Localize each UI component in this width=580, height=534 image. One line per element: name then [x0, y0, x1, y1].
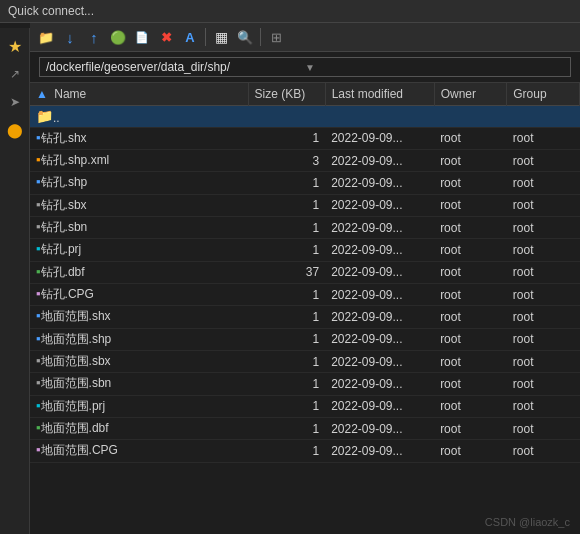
file-size-cell: 1: [248, 217, 325, 239]
file-date-cell: 2022-09-09...: [325, 328, 434, 350]
file-owner-cell: root: [434, 172, 507, 194]
file-size-cell: 1: [248, 306, 325, 328]
file-name-cell: ▪钻孔.dbf: [30, 261, 248, 283]
table-row[interactable]: ▪地面范围.prj12022-09-09...rootroot: [30, 395, 580, 417]
file-group-cell: root: [507, 217, 580, 239]
address-path: /dockerfile/geoserver/data_dir/shp/: [46, 60, 305, 74]
file-group-cell: root: [507, 127, 580, 149]
left-sidebar: ★ ↗ ➤ ⬤: [0, 28, 30, 534]
download-button[interactable]: ↓: [59, 26, 81, 48]
file-group-cell: root: [507, 194, 580, 216]
nav-circle-icon[interactable]: ⬤: [5, 120, 25, 140]
rename-button[interactable]: A: [179, 26, 201, 48]
table-header-row: ▲ Name Size (KB) Last modified Owner: [30, 83, 580, 106]
file-name-cell: ▪钻孔.sbx: [30, 194, 248, 216]
file-size-cell: 1: [248, 351, 325, 373]
file-owner-cell: [434, 106, 507, 128]
file-group-cell: root: [507, 373, 580, 395]
toolbar-separator-1: [205, 28, 206, 46]
file-group-cell: root: [507, 239, 580, 261]
file-size-cell: 1: [248, 418, 325, 440]
table-row[interactable]: ▪钻孔.shp12022-09-09...rootroot: [30, 172, 580, 194]
file-owner-cell: root: [434, 284, 507, 306]
file-name-cell: ▪地面范围.dbf: [30, 418, 248, 440]
table-row[interactable]: ▪钻孔.dbf372022-09-09...rootroot: [30, 261, 580, 283]
col-name[interactable]: ▲ Name: [30, 83, 248, 106]
nav-send-icon[interactable]: ➤: [5, 92, 25, 112]
file-name-text: 钻孔.CPG: [41, 287, 94, 301]
file-size-cell: 37: [248, 261, 325, 283]
dropdown-arrow-icon[interactable]: ▼: [305, 62, 564, 73]
file-group-cell: root: [507, 261, 580, 283]
file-name-cell: ▪地面范围.CPG: [30, 440, 248, 462]
sort-arrow-icon: ▲: [36, 87, 48, 101]
file-name-cell: ▪钻孔.shp: [30, 172, 248, 194]
table-row[interactable]: ▪地面范围.CPG12022-09-09...rootroot: [30, 440, 580, 462]
file-owner-cell: root: [434, 440, 507, 462]
file-owner-cell: root: [434, 217, 507, 239]
file-group-cell: [507, 106, 580, 128]
table-row[interactable]: ▪钻孔.shp.xml32022-09-09...rootroot: [30, 150, 580, 172]
table-row[interactable]: ▪钻孔.sbn12022-09-09...rootroot: [30, 217, 580, 239]
file-owner-cell: root: [434, 373, 507, 395]
delete-button[interactable]: ✖: [155, 26, 177, 48]
col-owner[interactable]: Owner: [434, 83, 507, 106]
address-bar[interactable]: /dockerfile/geoserver/data_dir/shp/ ▼: [39, 57, 571, 77]
table-row[interactable]: ▪地面范围.shp12022-09-09...rootroot: [30, 328, 580, 350]
table-row[interactable]: ▪钻孔.CPG12022-09-09...rootroot: [30, 284, 580, 306]
open-folder-button[interactable]: 📁: [35, 26, 57, 48]
file-date-cell: 2022-09-09...: [325, 217, 434, 239]
file-date-cell: 2022-09-09...: [325, 194, 434, 216]
file-size-cell: 1: [248, 172, 325, 194]
search-button[interactable]: 🔍: [234, 26, 256, 48]
file-date-cell: 2022-09-09...: [325, 373, 434, 395]
file-date-cell: 2022-09-09...: [325, 418, 434, 440]
file-size-cell: 3: [248, 150, 325, 172]
table-row[interactable]: ▪地面范围.sbx12022-09-09...rootroot: [30, 351, 580, 373]
file-group-cell: root: [507, 351, 580, 373]
folder-up-icon: 📁: [36, 108, 53, 124]
properties-button[interactable]: ⊞: [265, 26, 287, 48]
file-owner-cell: root: [434, 127, 507, 149]
file-name-text: 地面范围.sbn: [41, 377, 112, 391]
star-icon[interactable]: ★: [5, 36, 25, 56]
col-size[interactable]: Size (KB): [248, 83, 325, 106]
table-row[interactable]: 📁..: [30, 106, 580, 128]
open-file-button[interactable]: 🟢: [107, 26, 129, 48]
table-row[interactable]: ▪地面范围.sbn12022-09-09...rootroot: [30, 373, 580, 395]
file-owner-cell: root: [434, 418, 507, 440]
select-all-button[interactable]: ▦: [210, 26, 232, 48]
col-modified[interactable]: Last modified: [325, 83, 434, 106]
file-date-cell: 2022-09-09...: [325, 395, 434, 417]
file-owner-cell: root: [434, 150, 507, 172]
file-group-cell: root: [507, 440, 580, 462]
file-date-cell: 2022-09-09...: [325, 239, 434, 261]
file-name-cell: ▪钻孔.prj: [30, 239, 248, 261]
file-name-cell: ▪地面范围.sbx: [30, 351, 248, 373]
file-date-cell: 2022-09-09...: [325, 150, 434, 172]
toolbar: 📁 ↓ ↑ 🟢 📄 ✖ A ▦ 🔍 ⊞: [30, 23, 580, 52]
table-row[interactable]: ▪钻孔.sbx12022-09-09...rootroot: [30, 194, 580, 216]
file-name-text: 钻孔.dbf: [41, 265, 85, 279]
file-group-cell: root: [507, 328, 580, 350]
title-bar: Quick connect...: [0, 0, 580, 23]
table-row[interactable]: ▪地面范围.dbf12022-09-09...rootroot: [30, 418, 580, 440]
file-owner-cell: root: [434, 306, 507, 328]
table-row[interactable]: ▪钻孔.shx12022-09-09...rootroot: [30, 127, 580, 149]
file-name-text: 钻孔.shp.xml: [41, 153, 110, 167]
file-name-text: 地面范围.shp: [41, 332, 112, 346]
col-group[interactable]: Group: [507, 83, 580, 106]
table-row[interactable]: ▪钻孔.prj12022-09-09...rootroot: [30, 239, 580, 261]
file-date-cell: [325, 106, 434, 128]
file-owner-cell: root: [434, 328, 507, 350]
file-name-text: 地面范围.prj: [41, 399, 106, 413]
file-owner-cell: root: [434, 239, 507, 261]
new-file-button[interactable]: 📄: [131, 26, 153, 48]
file-size-cell: 1: [248, 284, 325, 306]
file-name-cell: ▪地面范围.prj: [30, 395, 248, 417]
file-name-text: 钻孔.shp: [41, 176, 88, 190]
file-owner-cell: root: [434, 351, 507, 373]
nav-up-icon[interactable]: ↗: [5, 64, 25, 84]
table-row[interactable]: ▪地面范围.shx12022-09-09...rootroot: [30, 306, 580, 328]
upload-button[interactable]: ↑: [83, 26, 105, 48]
